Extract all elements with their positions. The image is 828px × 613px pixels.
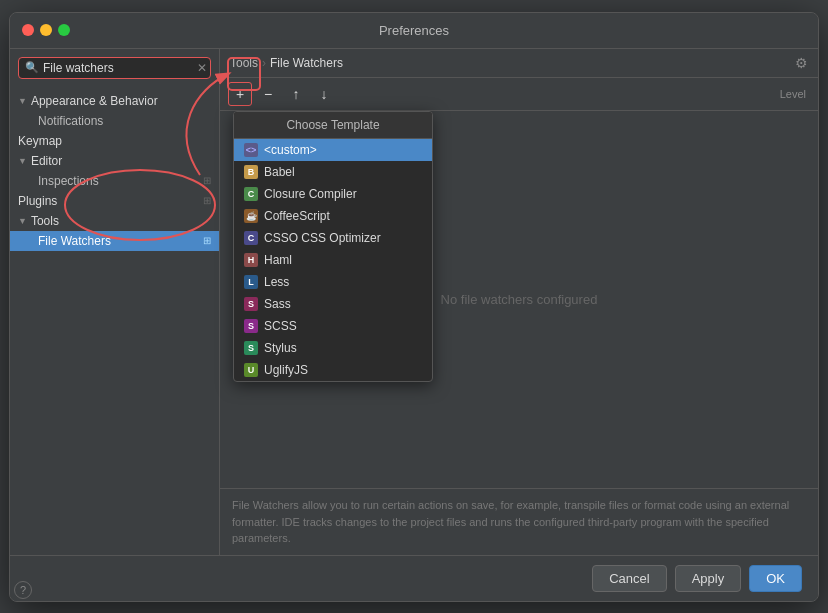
- maximize-button[interactable]: [58, 24, 70, 36]
- minus-icon: −: [264, 86, 272, 102]
- main-content: 🔍 ✕ ▼ Appearance & Behavior Notification…: [10, 49, 818, 555]
- sidebar-item-editor[interactable]: ▼ Editor: [10, 151, 219, 171]
- move-down-button[interactable]: ↓: [312, 82, 336, 106]
- apply-button[interactable]: Apply: [675, 565, 742, 592]
- babel-icon: B: [244, 165, 258, 179]
- arrow-icon: ▼: [18, 216, 27, 226]
- dropdown-item-haml[interactable]: H Haml: [234, 249, 432, 271]
- sidebar-tree: ▼ Appearance & Behavior Notifications Ke…: [10, 87, 219, 255]
- closure-icon: C: [244, 187, 258, 201]
- sidebar-item-appearance[interactable]: ▼ Appearance & Behavior: [10, 91, 219, 111]
- sidebar-item-inspections[interactable]: Inspections ⊞: [10, 171, 219, 191]
- search-clear-icon[interactable]: ✕: [197, 61, 207, 75]
- sass-icon: S: [244, 297, 258, 311]
- bottom-bar: ? Cancel Apply OK: [10, 555, 818, 601]
- level-header: Level: [780, 88, 810, 100]
- panel-settings-icon[interactable]: ⚙: [795, 55, 808, 71]
- cancel-button[interactable]: Cancel: [592, 565, 666, 592]
- up-icon: ↑: [293, 86, 300, 102]
- right-panel: Tools › File Watchers ⚙ + Choose Templat…: [220, 49, 818, 555]
- badge-icon: ⊞: [203, 175, 211, 186]
- less-icon: L: [244, 275, 258, 289]
- breadcrumb-separator: ›: [262, 56, 266, 70]
- dropdown-item-csso[interactable]: C CSSO CSS Optimizer: [234, 227, 432, 249]
- breadcrumb-current: File Watchers: [270, 56, 343, 70]
- plugins-badge-icon: ⊞: [203, 195, 211, 206]
- dropdown-item-stylus[interactable]: S Stylus: [234, 337, 432, 359]
- scss-icon: S: [244, 319, 258, 333]
- sidebar-item-plugins[interactable]: Plugins ⊞: [10, 191, 219, 211]
- custom-icon: <>: [244, 143, 258, 157]
- minimize-button[interactable]: [40, 24, 52, 36]
- sidebar-item-keymap[interactable]: Keymap: [10, 131, 219, 151]
- panel-header: Tools › File Watchers ⚙: [220, 49, 818, 78]
- sidebar-item-tools[interactable]: ▼ Tools: [10, 211, 219, 231]
- arrow-icon: ▼: [18, 156, 27, 166]
- add-button[interactable]: + Choose Template <> <custom> B Babel: [228, 82, 252, 106]
- dropdown-item-scss[interactable]: S SCSS: [234, 315, 432, 337]
- help-button[interactable]: ?: [14, 581, 32, 599]
- uglify-icon: U: [244, 363, 258, 377]
- empty-state-text: No file watchers configured: [441, 292, 598, 307]
- move-up-button[interactable]: ↑: [284, 82, 308, 106]
- close-button[interactable]: [22, 24, 34, 36]
- dropdown-item-closure[interactable]: C Closure Compiler: [234, 183, 432, 205]
- stylus-icon: S: [244, 341, 258, 355]
- template-dropdown: Choose Template <> <custom> B Babel C Cl…: [233, 111, 433, 382]
- sidebar-item-file-watchers[interactable]: File Watchers ⊞: [10, 231, 219, 251]
- dropdown-item-less[interactable]: L Less: [234, 271, 432, 293]
- down-icon: ↓: [321, 86, 328, 102]
- toolbar: + Choose Template <> <custom> B Babel: [220, 78, 818, 111]
- breadcrumb: Tools › File Watchers: [230, 56, 343, 70]
- sidebar-item-notifications[interactable]: Notifications: [10, 111, 219, 131]
- plus-icon: +: [236, 86, 244, 102]
- coffee-icon: ☕: [244, 209, 258, 223]
- dropdown-item-coffee[interactable]: ☕ CoffeeScript: [234, 205, 432, 227]
- preferences-window: Preferences 🔍 ✕ ▼ Appearance & Behavior …: [9, 12, 819, 602]
- arrow-icon: ▼: [18, 96, 27, 106]
- dropdown-item-sass[interactable]: S Sass: [234, 293, 432, 315]
- haml-icon: H: [244, 253, 258, 267]
- dropdown-item-custom[interactable]: <> <custom>: [234, 139, 432, 161]
- sidebar: 🔍 ✕ ▼ Appearance & Behavior Notification…: [10, 49, 220, 555]
- search-box[interactable]: 🔍 ✕: [18, 57, 211, 79]
- search-icon: 🔍: [25, 61, 39, 74]
- window-title: Preferences: [379, 23, 449, 38]
- search-input[interactable]: [43, 61, 193, 75]
- footer-description: File Watchers allow you to run certain a…: [220, 488, 818, 555]
- window-controls: [22, 24, 70, 36]
- csso-icon: C: [244, 231, 258, 245]
- breadcrumb-root: Tools: [230, 56, 258, 70]
- dropdown-item-uglify[interactable]: U UglifyJS: [234, 359, 432, 381]
- dropdown-item-babel[interactable]: B Babel: [234, 161, 432, 183]
- dropdown-header: Choose Template: [234, 112, 432, 139]
- remove-button[interactable]: −: [256, 82, 280, 106]
- ok-button[interactable]: OK: [749, 565, 802, 592]
- titlebar: Preferences: [10, 13, 818, 49]
- fw-badge-icon: ⊞: [203, 235, 211, 246]
